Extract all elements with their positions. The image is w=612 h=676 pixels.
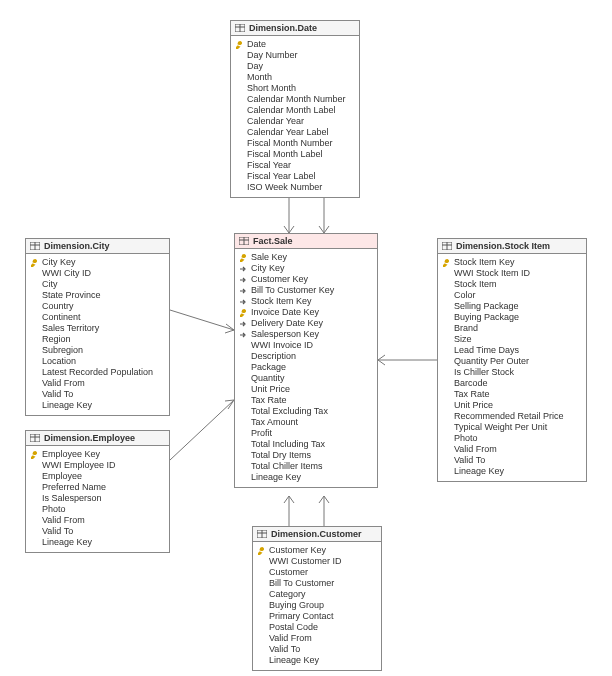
table-column[interactable]: Short Month <box>235 83 355 94</box>
table-column[interactable]: Valid From <box>30 378 165 389</box>
table-column[interactable]: Day Number <box>235 50 355 61</box>
table-column[interactable]: Delivery Date Key <box>239 318 373 329</box>
table-column[interactable]: Calendar Month Number <box>235 94 355 105</box>
table-column[interactable]: Package <box>239 362 373 373</box>
table-column[interactable]: Month <box>235 72 355 83</box>
table-column[interactable]: Customer Key <box>239 274 373 285</box>
table-column[interactable]: Stock Item <box>442 279 582 290</box>
table-column[interactable]: Calendar Month Label <box>235 105 355 116</box>
table-column[interactable]: Tax Rate <box>442 389 582 400</box>
table-column[interactable]: Region <box>30 334 165 345</box>
table-column[interactable]: Employee <box>30 471 165 482</box>
table-column[interactable]: Customer Key <box>257 545 377 556</box>
table-dimension-city[interactable]: Dimension.City City KeyWWI City IDCitySt… <box>25 238 170 416</box>
table-column[interactable]: Primary Contact <box>257 611 377 622</box>
table-column[interactable]: Invoice Date Key <box>239 307 373 318</box>
table-column[interactable]: Quantity <box>239 373 373 384</box>
table-column[interactable]: Bill To Customer <box>257 578 377 589</box>
table-column[interactable]: Sales Territory <box>30 323 165 334</box>
table-column[interactable]: City Key <box>30 257 165 268</box>
table-column[interactable]: WWI Invoice ID <box>239 340 373 351</box>
table-column[interactable]: Photo <box>442 433 582 444</box>
table-column[interactable]: Valid To <box>442 455 582 466</box>
table-column[interactable]: Brand <box>442 323 582 334</box>
table-column[interactable]: Barcode <box>442 378 582 389</box>
table-column[interactable]: Bill To Customer Key <box>239 285 373 296</box>
table-column[interactable]: Fiscal Month Number <box>235 138 355 149</box>
table-column[interactable]: Valid To <box>257 644 377 655</box>
column-spacer-icon <box>442 369 450 377</box>
table-column[interactable]: Fiscal Year <box>235 160 355 171</box>
column-name: Day Number <box>247 50 298 61</box>
table-column[interactable]: Continent <box>30 312 165 323</box>
table-column[interactable]: Description <box>239 351 373 362</box>
table-column[interactable]: City <box>30 279 165 290</box>
table-column[interactable]: Preferred Name <box>30 482 165 493</box>
table-column[interactable]: Profit <box>239 428 373 439</box>
table-column[interactable]: Total Excluding Tax <box>239 406 373 417</box>
table-column[interactable]: Lineage Key <box>442 466 582 477</box>
table-column[interactable]: Photo <box>30 504 165 515</box>
table-column[interactable]: Customer <box>257 567 377 578</box>
table-column[interactable]: Stock Item Key <box>442 257 582 268</box>
table-column[interactable]: Salesperson Key <box>239 329 373 340</box>
table-column[interactable]: Total Dry Items <box>239 450 373 461</box>
table-column[interactable]: Lineage Key <box>239 472 373 483</box>
table-dimension-date[interactable]: Dimension.Date DateDay NumberDayMonthSho… <box>230 20 360 198</box>
table-column[interactable]: Total Including Tax <box>239 439 373 450</box>
table-column[interactable]: Calendar Year <box>235 116 355 127</box>
table-column[interactable]: Valid From <box>30 515 165 526</box>
table-column[interactable]: Fiscal Month Label <box>235 149 355 160</box>
table-column[interactable]: Category <box>257 589 377 600</box>
table-column[interactable]: Date <box>235 39 355 50</box>
table-column[interactable]: Typical Weight Per Unit <box>442 422 582 433</box>
table-column[interactable]: Buying Group <box>257 600 377 611</box>
table-column[interactable]: WWI City ID <box>30 268 165 279</box>
table-dimension-employee[interactable]: Dimension.Employee Employee KeyWWI Emplo… <box>25 430 170 553</box>
table-column[interactable]: Country <box>30 301 165 312</box>
table-column[interactable]: ISO Week Number <box>235 182 355 193</box>
table-column[interactable]: Calendar Year Label <box>235 127 355 138</box>
table-column[interactable]: Lineage Key <box>30 537 165 548</box>
table-column[interactable]: Is Salesperson <box>30 493 165 504</box>
table-column[interactable]: Lineage Key <box>257 655 377 666</box>
table-column[interactable]: Recommended Retail Price <box>442 411 582 422</box>
table-dimension-stock-item[interactable]: Dimension.Stock Item Stock Item KeyWWI S… <box>437 238 587 482</box>
table-column[interactable]: Lineage Key <box>30 400 165 411</box>
table-column[interactable]: WWI Customer ID <box>257 556 377 567</box>
table-column[interactable]: Day <box>235 61 355 72</box>
table-column[interactable]: Buying Package <box>442 312 582 323</box>
column-name: Valid From <box>269 633 312 644</box>
table-column[interactable]: Unit Price <box>239 384 373 395</box>
table-column[interactable]: Location <box>30 356 165 367</box>
table-column[interactable]: Total Chiller Items <box>239 461 373 472</box>
table-column[interactable]: Tax Rate <box>239 395 373 406</box>
column-spacer-icon <box>30 462 38 470</box>
table-column[interactable]: Postal Code <box>257 622 377 633</box>
table-column[interactable]: Lead Time Days <box>442 345 582 356</box>
table-column[interactable]: Valid To <box>30 389 165 400</box>
table-column[interactable]: Unit Price <box>442 400 582 411</box>
table-column[interactable]: State Province <box>30 290 165 301</box>
table-column[interactable]: Stock Item Key <box>239 296 373 307</box>
table-column[interactable]: Size <box>442 334 582 345</box>
table-column[interactable]: Sale Key <box>239 252 373 263</box>
foreign-key-icon <box>239 331 247 339</box>
table-column[interactable]: Tax Amount <box>239 417 373 428</box>
table-column[interactable]: Selling Package <box>442 301 582 312</box>
table-column[interactable]: Quantity Per Outer <box>442 356 582 367</box>
table-column[interactable]: Valid To <box>30 526 165 537</box>
table-column[interactable]: Latest Recorded Population <box>30 367 165 378</box>
table-dimension-customer[interactable]: Dimension.Customer Customer KeyWWI Custo… <box>252 526 382 671</box>
table-column[interactable]: City Key <box>239 263 373 274</box>
table-column[interactable]: Subregion <box>30 345 165 356</box>
table-column[interactable]: Valid From <box>257 633 377 644</box>
table-column[interactable]: Is Chiller Stock <box>442 367 582 378</box>
table-column[interactable]: Employee Key <box>30 449 165 460</box>
table-column[interactable]: Fiscal Year Label <box>235 171 355 182</box>
table-column[interactable]: Valid From <box>442 444 582 455</box>
table-column[interactable]: Color <box>442 290 582 301</box>
table-column[interactable]: WWI Employee ID <box>30 460 165 471</box>
table-fact-sale[interactable]: Fact.Sale Sale KeyCity KeyCustomer KeyBi… <box>234 233 378 488</box>
table-column[interactable]: WWI Stock Item ID <box>442 268 582 279</box>
